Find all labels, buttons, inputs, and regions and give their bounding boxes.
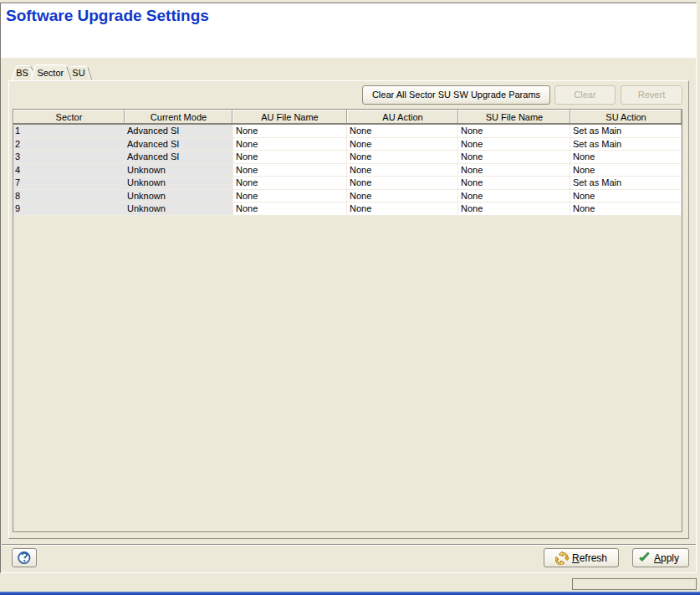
svg-text:SU: SU <box>72 68 84 78</box>
svg-text:BS: BS <box>16 68 28 78</box>
svg-text:Sector: Sector <box>37 68 64 78</box>
